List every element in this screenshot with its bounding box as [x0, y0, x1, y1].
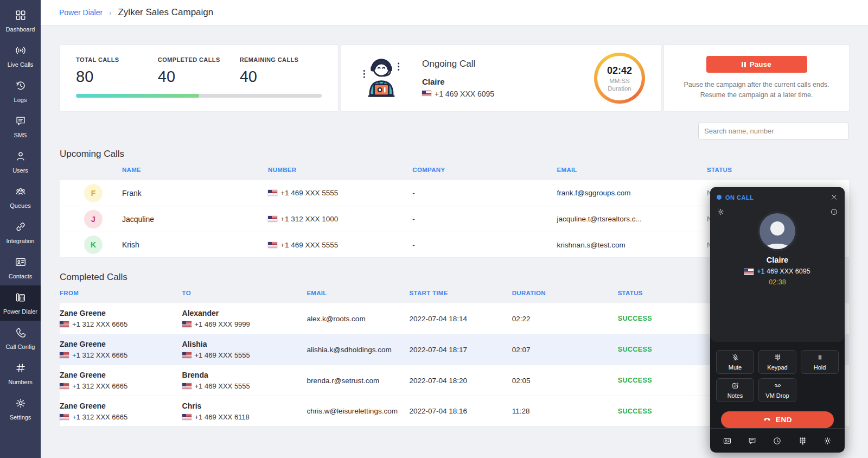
vm-drop-icon	[774, 381, 782, 391]
contact-name: Frank	[122, 189, 142, 198]
stat-remaining-calls: REMAINING CALLS 40	[240, 56, 322, 86]
from-name: Zane Greene	[60, 371, 182, 379]
to-number: +1 469 XXX 5555	[182, 351, 307, 359]
notes-button[interactable]: Notes	[716, 378, 754, 402]
us-flag-icon	[268, 242, 277, 248]
mute-button[interactable]: Mute	[716, 350, 754, 374]
contact-card-icon[interactable]	[723, 436, 732, 446]
queues-icon	[15, 186, 27, 200]
sidebar-item-logs[interactable]: Logs	[0, 74, 41, 109]
sidebar-item-sms[interactable]: SMS	[0, 109, 41, 144]
dashboard-icon	[15, 9, 27, 23]
end-call-button[interactable]: END	[721, 411, 834, 429]
call-config-icon	[15, 327, 27, 341]
from-number: +1 312 XXX 6665	[60, 351, 182, 359]
search-input[interactable]	[698, 123, 849, 139]
chat-icon[interactable]	[748, 436, 757, 446]
keypad-button[interactable]: Keypad	[758, 350, 796, 374]
us-flag-icon	[268, 216, 277, 222]
us-flag-icon	[744, 269, 754, 275]
sidebar-item-queues[interactable]: Queues	[0, 180, 41, 215]
sidebar-item-dashboard[interactable]: Dashboard	[0, 3, 41, 39]
to-name: Chris	[182, 402, 307, 410]
breadcrumb: Power Dialer › Zylker Sales Campaign	[41, 0, 868, 26]
timer-unit: MM:SS	[609, 78, 630, 84]
call-duration: 02:07	[512, 346, 618, 354]
sidebar-item-users[interactable]: Users	[0, 144, 41, 180]
mute-icon	[731, 353, 739, 362]
info-icon[interactable]	[830, 208, 838, 218]
contacts-icon	[15, 256, 27, 270]
from-name: Zane Greene	[60, 402, 182, 410]
dialpad-icon[interactable]	[798, 436, 807, 446]
caller-avatar	[760, 213, 795, 249]
contact-number: +1 469 XXX 5555	[268, 241, 412, 249]
us-flag-icon	[60, 352, 69, 358]
us-flag-icon	[182, 321, 192, 327]
from-number: +1 312 XXX 6665	[60, 320, 182, 328]
contact-number: +1 469 XXX 5555	[268, 189, 412, 197]
close-icon[interactable]	[830, 193, 838, 201]
sidebar-item-numbers[interactable]: Numbers	[0, 356, 41, 391]
call-duration: 11:28	[512, 407, 618, 415]
to-number: +1 469 XXX 6118	[182, 413, 307, 421]
call-history-icon[interactable]	[773, 436, 782, 446]
call-start-time: 2022-07-04 18:20	[410, 377, 512, 385]
call-duration: 02:05	[512, 377, 618, 385]
sidebar-item-settings[interactable]: Settings	[0, 391, 41, 427]
integration-icon	[15, 221, 27, 235]
us-flag-icon	[268, 190, 277, 196]
us-flag-icon	[182, 383, 192, 389]
logs-icon	[15, 80, 27, 94]
on-call-status: ON CALL	[725, 194, 754, 201]
pause-icon	[742, 62, 746, 67]
contact-company: -	[412, 241, 557, 249]
sidebar-item-integration[interactable]: Integration	[0, 215, 41, 250]
call-email: chris.w@leisurelettings.com	[307, 407, 409, 415]
sidebar-item-power-dialer[interactable]: Power Dialer	[0, 285, 41, 321]
hold-button[interactable]: Hold	[801, 350, 839, 374]
power-dialer-icon	[15, 291, 27, 306]
ongoing-call-number: +1 469 XXX 6095	[422, 90, 494, 98]
to-number: +1 469 XXX 5555	[182, 382, 307, 390]
us-flag-icon	[60, 321, 69, 327]
call-actions: Mute Keypad Hold Notes VM Drop	[710, 342, 845, 402]
sidebar-item-call-config[interactable]: Call Config	[0, 321, 41, 356]
sidebar-item-contacts[interactable]: Contacts	[0, 250, 41, 285]
ongoing-call-card: Ongoing Call Claire +1 469 XXX 6095 02:4…	[341, 45, 661, 111]
sidebar-item-live-calls[interactable]: Live Calls	[0, 39, 41, 74]
avatar: F	[84, 184, 103, 202]
campaign-progress-fill	[76, 94, 199, 98]
call-email: brenda.r@setrust.com	[307, 377, 409, 385]
us-flag-icon	[60, 414, 69, 420]
call-duration: 02:22	[512, 315, 618, 323]
vm-drop-button[interactable]: VM Drop	[758, 378, 796, 402]
keypad-icon	[774, 353, 782, 362]
contact-name: Krish	[122, 240, 139, 249]
from-number: +1 312 XXX 6665	[60, 413, 182, 421]
contact-company: -	[412, 189, 557, 197]
contact-email: jacquline.t@rtsrealtors.c...	[557, 215, 707, 223]
widget-toolbar	[710, 428, 845, 453]
settings-icon	[15, 397, 27, 411]
to-name: Brenda	[182, 371, 307, 379]
to-name: Alishia	[182, 340, 307, 348]
to-number: +1 469 XXX 9999	[182, 320, 307, 328]
upcoming-calls-header: NAME NUMBER COMPANY EMAIL STATUS	[60, 160, 849, 180]
to-name: Alexander	[182, 309, 307, 317]
pause-campaign-card: Pause Pause the campaign after the curre…	[664, 45, 849, 111]
pause-button[interactable]: Pause	[706, 56, 807, 73]
sidebar: Dashboard Live Calls Logs SMS Users Queu…	[0, 0, 41, 458]
caller-number: +1 469 XXX 6095	[717, 268, 838, 275]
ongoing-call-name: Claire	[422, 77, 494, 86]
call-settings-gear-icon[interactable]	[717, 208, 725, 218]
breadcrumb-link-power-dialer[interactable]: Power Dialer	[59, 8, 103, 17]
settings-gear-icon[interactable]	[823, 436, 832, 446]
avatar: J	[84, 210, 103, 228]
on-call-panel: ON CALL Claire +1 469 XXX 6095 02:38	[710, 187, 845, 342]
pause-description: Pause the campaign after the current cal…	[684, 80, 829, 100]
caller-name: Claire	[717, 256, 838, 264]
on-call-status-dot	[717, 195, 722, 200]
contact-name: Jacquline	[122, 215, 154, 224]
us-flag-icon	[60, 383, 69, 389]
